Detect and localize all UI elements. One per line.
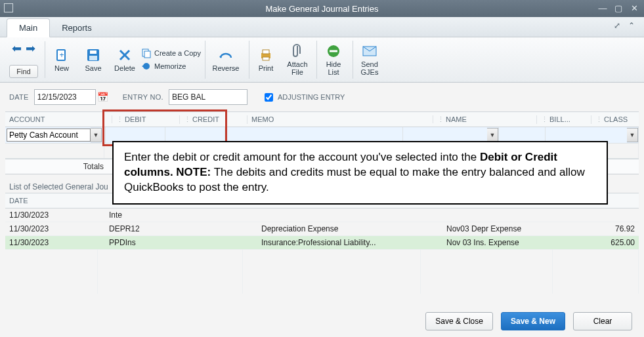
- list-col-date: DATE: [5, 197, 105, 205]
- fields-row: DATE 📅 ENTRY NO. ADJUSTING ENTRY: [0, 83, 644, 109]
- list-row[interactable]: 11/30/2023 DEPR12 Depreciation Expense N…: [5, 222, 639, 236]
- tab-main[interactable]: Main: [7, 18, 50, 37]
- svg-rect-5: [89, 56, 97, 60]
- svg-rect-11: [263, 50, 269, 54]
- callout-box: Enter the debit or credit amount for the…: [112, 141, 608, 205]
- svg-rect-14: [330, 50, 337, 52]
- copy-icon: [141, 48, 152, 58]
- new-icon: +: [54, 47, 70, 63]
- name-dropdown-icon[interactable]: ▼: [487, 128, 498, 142]
- window-title: Make General Journal Entries: [266, 4, 379, 14]
- svg-text:+: +: [59, 50, 64, 60]
- col-name: NAME: [433, 115, 537, 124]
- prev-arrow-icon[interactable]: ⬅: [12, 41, 22, 56]
- col-class: CLASS: [591, 115, 639, 124]
- reverse-button[interactable]: Reverse: [207, 46, 245, 73]
- entryno-input[interactable]: [169, 89, 247, 105]
- delete-icon: [117, 47, 133, 63]
- svg-rect-4: [90, 50, 97, 54]
- tab-strip: Main Reports ⤢ ⌃: [0, 17, 644, 37]
- print-icon: [258, 47, 274, 63]
- attach-file-button[interactable]: Attach File: [282, 42, 312, 77]
- tab-reports[interactable]: Reports: [50, 19, 104, 37]
- entryno-label: ENTRY NO.: [123, 93, 163, 101]
- footer-buttons: Save & Close Save & New Clear: [425, 312, 632, 330]
- send-icon: [362, 43, 377, 59]
- col-credit[interactable]: CREDIT: [180, 115, 247, 124]
- memorize-icon: [141, 61, 152, 71]
- list-row[interactable]: 11/30/2023 Inte: [5, 208, 639, 222]
- col-memo: MEMO: [247, 115, 433, 123]
- memorize-button[interactable]: Memorize: [141, 61, 201, 71]
- clear-button[interactable]: Clear: [573, 312, 632, 330]
- ribbon: ⬅ ➡ Find + New Save Del: [0, 37, 644, 83]
- expand-icon[interactable]: ⤢: [614, 21, 620, 30]
- class-dropdown-icon[interactable]: ▼: [627, 128, 638, 142]
- hide-list-button[interactable]: Hide List: [318, 42, 349, 77]
- col-debit[interactable]: DEBIT: [112, 115, 180, 124]
- titlebar: Make General Journal Entries — ▢ ✕: [0, 0, 644, 17]
- find-button[interactable]: Find: [9, 65, 37, 78]
- account-dropdown-icon[interactable]: ▼: [91, 128, 102, 142]
- send-gjes-button[interactable]: Send GJEs: [354, 42, 385, 77]
- close-button[interactable]: ✕: [628, 3, 640, 13]
- titlebar-icon: [4, 3, 13, 12]
- maximize-button[interactable]: ▢: [612, 3, 624, 13]
- save-new-button[interactable]: Save & New: [501, 312, 565, 330]
- list-row[interactable]: 11/30/2023 PPDIns Insurance:Professional…: [5, 236, 639, 250]
- col-bill: BILL...: [537, 115, 591, 124]
- print-button[interactable]: Print: [251, 46, 281, 73]
- adjusting-checkbox[interactable]: [265, 93, 273, 102]
- save-button[interactable]: Save: [78, 46, 108, 73]
- col-account: ACCOUNT: [5, 115, 112, 123]
- list-table: DATE ⋮ EN 11/30/2023 Inte 11/30/2023 DEP…: [5, 193, 639, 294]
- date-label: DATE: [9, 93, 29, 101]
- journal-header: ACCOUNT DEBIT CREDIT MEMO NAME BILL... C…: [5, 111, 639, 127]
- svg-rect-9: [144, 51, 150, 58]
- delete-button[interactable]: Delete: [110, 46, 140, 73]
- date-input[interactable]: [34, 89, 96, 105]
- save-icon: [85, 47, 101, 63]
- svg-rect-12: [263, 57, 269, 60]
- minimize-button[interactable]: —: [597, 3, 609, 13]
- totals-label: Totals: [5, 162, 108, 171]
- next-arrow-icon[interactable]: ➡: [26, 41, 35, 56]
- account-input[interactable]: [7, 129, 91, 142]
- new-button[interactable]: + New: [47, 46, 77, 73]
- reverse-icon: [218, 47, 234, 63]
- adjusting-label: ADJUSTING ENTRY: [278, 93, 345, 101]
- save-close-button[interactable]: Save & Close: [425, 312, 493, 330]
- collapse-icon[interactable]: ⌃: [628, 21, 635, 30]
- create-copy-button[interactable]: Create a Copy: [141, 48, 201, 58]
- attach-icon: [290, 43, 305, 59]
- calendar-icon[interactable]: 📅: [97, 92, 108, 102]
- window-root: Make General Journal Entries — ▢ ✕ Main …: [0, 0, 644, 337]
- hide-icon: [326, 43, 341, 59]
